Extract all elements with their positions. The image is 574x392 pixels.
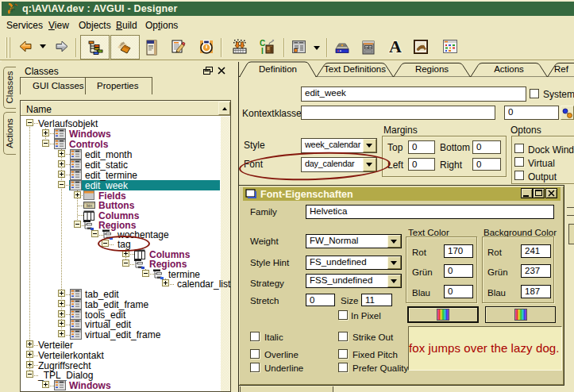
svg-text:Regions: Regions [415, 64, 449, 74]
svg-text:Definition: Definition [259, 64, 297, 74]
svg-text:A: A [389, 39, 402, 55]
svg-text:Ref: Ref [554, 64, 569, 74]
svg-text:Actions: Actions [494, 64, 524, 74]
svg-text:Text Definitions: Text Definitions [324, 64, 386, 74]
svg-text:btn: btn [87, 203, 92, 208]
svg-text:I: I [261, 47, 264, 55]
